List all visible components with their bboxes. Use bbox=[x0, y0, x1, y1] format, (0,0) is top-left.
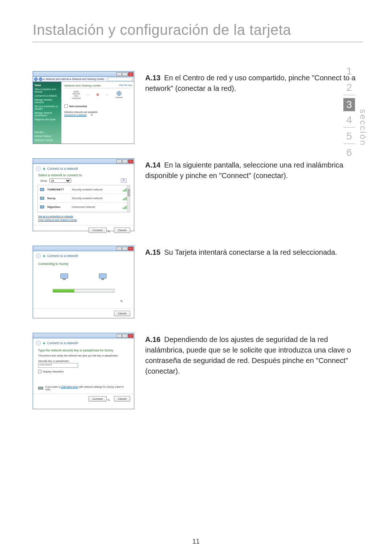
svg-rect-15 bbox=[124, 207, 124, 209]
search-input[interactable] bbox=[107, 77, 133, 81]
minimize-icon[interactable]: – bbox=[117, 334, 122, 338]
step-a14: – ▫ × ◆ Connect to a network Select a ne… bbox=[33, 158, 363, 231]
sidebar-item-diagnose[interactable]: Diagnose and repair bbox=[34, 118, 60, 121]
show-label: Show bbox=[40, 179, 47, 182]
section-nav: 1 2 3 4 5 6 sección bbox=[343, 65, 368, 160]
step-a16: – ▫ × ◆ Connect to a network Type the ne… bbox=[33, 333, 363, 409]
select-network-label: Select a network to connect to bbox=[33, 173, 134, 177]
scrollbar[interactable] bbox=[127, 185, 130, 212]
cancel-button[interactable]: Cancel bbox=[114, 227, 130, 233]
sidebar-item-setup-connection[interactable]: Set up a connection or network bbox=[34, 105, 60, 110]
connecting-label: Connecting to Sunny bbox=[33, 261, 134, 269]
step-a16-number: A.16 bbox=[145, 335, 160, 343]
network-name: Sunny bbox=[47, 197, 69, 200]
usb-hint: If you have a USB flash drive with netwo… bbox=[45, 386, 129, 391]
network-security: Security-enabled network bbox=[72, 188, 120, 191]
svg-rect-16 bbox=[125, 206, 126, 209]
step-a16-text: A.16Dependiendo de los ajustes de seguri… bbox=[145, 333, 363, 376]
nav-item-4[interactable]: 4 bbox=[343, 114, 355, 128]
step-a15: – ▫ × ◆ Connect to a network Connecting … bbox=[33, 246, 363, 318]
cursor-icon: ⇖ bbox=[33, 293, 134, 303]
cancel-button[interactable]: Cancel bbox=[114, 396, 130, 402]
cancel-button[interactable]: Cancel bbox=[114, 311, 130, 316]
svg-rect-11 bbox=[125, 198, 126, 200]
close-icon[interactable]: × bbox=[128, 160, 133, 163]
svg-rect-20 bbox=[99, 274, 106, 278]
back-icon[interactable] bbox=[36, 341, 41, 346]
cursor-icon: ⇖ bbox=[107, 398, 110, 404]
network-icon bbox=[40, 188, 44, 192]
close-icon[interactable]: × bbox=[128, 72, 133, 76]
sidebar-item-windows-firewall[interactable]: Windows Firewall bbox=[34, 139, 60, 141]
close-icon[interactable]: × bbox=[128, 334, 133, 338]
cursor-icon: ⇖ bbox=[91, 113, 93, 117]
back-icon[interactable] bbox=[36, 166, 41, 171]
nav-item-6[interactable]: 6 bbox=[343, 147, 355, 160]
show-filter-select[interactable]: All bbox=[49, 178, 71, 183]
sidebar-item-manage-wireless[interactable]: Manage wireless networks bbox=[34, 98, 60, 104]
disconnected-icon: ✕ bbox=[96, 93, 99, 97]
svg-rect-18 bbox=[61, 274, 68, 278]
network-row[interactable]: 54gvickon Unsecured network bbox=[38, 203, 130, 211]
connect-button[interactable]: Connect bbox=[89, 227, 107, 233]
minimize-icon[interactable]: – bbox=[117, 160, 122, 163]
network-name: 54gvickon bbox=[47, 205, 69, 209]
computer-label: JOHN-LAPTOP bbox=[72, 90, 80, 95]
page-number: 11 bbox=[0, 538, 392, 545]
open-sharing-center-link[interactable]: Open Network and Sharing Center bbox=[38, 218, 129, 222]
display-characters-checkbox[interactable] bbox=[38, 370, 41, 373]
breadcrumb[interactable]: ▸ Network and Internet ▸ Network and Sha… bbox=[44, 78, 104, 81]
sidebar-see-also: See also bbox=[34, 131, 60, 133]
back-icon[interactable] bbox=[34, 77, 38, 81]
network-row[interactable]: TURBONETT Security-enabled network bbox=[38, 185, 130, 194]
dialog-title: Connect to a network bbox=[47, 341, 78, 345]
not-connected-label: Not connected bbox=[69, 105, 87, 108]
forward-icon[interactable] bbox=[39, 77, 42, 81]
svg-rect-7 bbox=[126, 188, 127, 192]
svg-rect-10 bbox=[124, 198, 124, 200]
network-row[interactable]: Sunny Security-enabled network bbox=[38, 194, 130, 203]
window-titlebar: – ▫ × bbox=[33, 72, 134, 77]
view-full-map-link[interactable]: View full map bbox=[119, 84, 132, 86]
sidebar-item-view-computers[interactable]: View computers and devices bbox=[34, 88, 60, 93]
maximize-icon[interactable]: ▫ bbox=[122, 160, 127, 163]
connect-button[interactable]: Connect bbox=[89, 396, 107, 402]
minimize-icon[interactable]: – bbox=[117, 247, 122, 250]
refresh-icon[interactable]: ↻ bbox=[121, 178, 127, 183]
usb-flash-drive-link[interactable]: USB flash drive bbox=[61, 386, 78, 388]
step-a14-text: A.14En la siguiente pantalla, seleccione… bbox=[145, 158, 363, 181]
network-icon bbox=[40, 205, 44, 209]
step-a13-body: En el Centro de red y uso compartido, pi… bbox=[145, 74, 356, 92]
window-titlebar: – ▫ × bbox=[33, 246, 134, 251]
computer-sublabel: (This computer) bbox=[72, 95, 81, 99]
nav-item-1[interactable]: 1 bbox=[343, 65, 355, 79]
router-icon bbox=[98, 273, 107, 281]
maximize-icon[interactable]: ▫ bbox=[122, 247, 127, 250]
sidebar-item-connect-network[interactable]: Connect to a network bbox=[34, 94, 60, 97]
setup-connection-link[interactable]: Set up a connection or network bbox=[38, 215, 129, 218]
close-icon[interactable]: × bbox=[128, 247, 133, 250]
step-a15-number: A.15 bbox=[145, 248, 160, 256]
svg-rect-4 bbox=[123, 190, 123, 192]
nav-item-3[interactable]: 3 bbox=[343, 98, 355, 111]
sidebar-item-manage-connections[interactable]: Manage network connections bbox=[34, 112, 60, 117]
passphrase-input[interactable]: •••••••••• bbox=[38, 363, 78, 368]
maximize-icon[interactable]: ▫ bbox=[122, 72, 127, 76]
nav-item-5[interactable]: 5 bbox=[343, 130, 355, 144]
progress-bar bbox=[53, 289, 114, 293]
screenshot-a13: – ▫ × ▸ Network and Internet ▸ Network a… bbox=[33, 71, 134, 144]
maximize-icon[interactable]: ▫ bbox=[122, 334, 127, 338]
screenshot-a16: – ▫ × ◆ Connect to a network Type the ne… bbox=[33, 333, 134, 409]
internet-icon: Internet bbox=[115, 90, 123, 98]
dialog-title: Connect to a network bbox=[47, 167, 78, 170]
svg-rect-6 bbox=[125, 189, 126, 192]
step-a15-body: Su Tarjeta intentará conectarse a la red… bbox=[164, 248, 337, 256]
back-icon[interactable] bbox=[36, 253, 41, 258]
svg-rect-3 bbox=[40, 188, 44, 191]
screenshot-a14: – ▫ × ◆ Connect to a network Select a ne… bbox=[33, 158, 134, 231]
nav-item-2[interactable]: 2 bbox=[343, 82, 355, 95]
minimize-icon[interactable]: – bbox=[117, 72, 122, 76]
sidebar-item-internet-options[interactable]: Internet Options bbox=[34, 135, 60, 137]
connect-to-network-link[interactable]: Connect to a network bbox=[64, 114, 86, 116]
network-security: Security-enabled network bbox=[72, 197, 120, 200]
